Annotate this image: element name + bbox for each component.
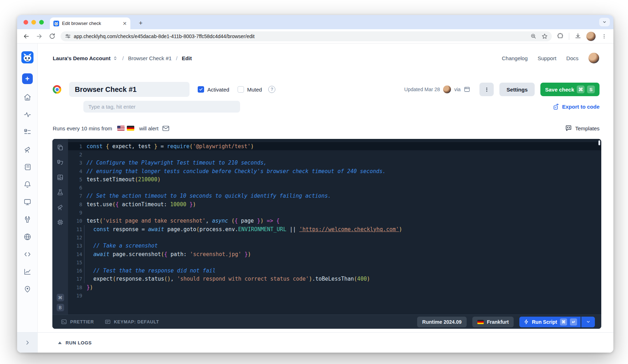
code-text[interactable]: test.setTimeout(210000) (84, 175, 601, 183)
code-text[interactable] (84, 183, 601, 192)
sidebar-activity-icon[interactable] (24, 111, 31, 119)
browser-profile-avatar[interactable] (586, 32, 596, 41)
nav-docs[interactable]: Docs (566, 55, 578, 61)
url-text[interactable]: app.checklyhq.com/checks/e45dacab-8de1-4… (74, 33, 526, 39)
export-to-code-link[interactable]: Export to code (553, 104, 600, 110)
sidebar-checks-icon[interactable] (24, 128, 31, 136)
run-script-button[interactable]: Run Script ⌘ ↵ (519, 317, 581, 327)
sidebar-maintenance-wrench-icon[interactable] (24, 215, 31, 223)
screenshot-split-icon[interactable] (57, 174, 64, 181)
code-text[interactable] (84, 291, 601, 300)
code-text[interactable]: const { expect, test } = require('@playw… (84, 142, 601, 150)
code-line[interactable]: 8test.use({ actionTimeout: 10000 }) (68, 200, 601, 208)
code-line[interactable]: 7// Set the action timeout to 10 seconds… (68, 192, 601, 200)
browser-tab[interactable]: Edit browser check ✕ (50, 17, 130, 29)
run-logs-bar[interactable]: RUN LOGS (38, 332, 613, 353)
code-line[interactable]: 1const { expect, test } = require('@play… (68, 142, 601, 150)
code-line[interactable]: 6 (68, 183, 601, 192)
code-line[interactable]: 11 const response = await page.goto(proc… (68, 225, 601, 233)
code-text[interactable]: // ensuring that longer tests conclude b… (84, 167, 601, 175)
sidebar-telescope-icon[interactable] (24, 146, 31, 154)
code-text[interactable] (84, 233, 601, 241)
sidebar-alerts-bell-icon[interactable] (24, 181, 31, 188)
forward-button[interactable] (35, 32, 43, 41)
sidebar-analytics-chart-icon[interactable] (24, 268, 31, 276)
url-bar[interactable]: app.checklyhq.com/checks/e45dacab-8de1-4… (61, 31, 552, 41)
theater-masks-icon[interactable] (57, 159, 64, 166)
code-line[interactable]: 15 (68, 258, 601, 266)
create-new-button[interactable]: + (22, 73, 33, 84)
zoom-page-button[interactable] (529, 32, 538, 41)
code-line[interactable]: 16 // Test that the response did not fai… (68, 266, 601, 275)
runtime-button[interactable]: Runtime 2024.09 (417, 317, 467, 327)
sidebar-logs-icon[interactable] (24, 163, 31, 171)
checkly-logo-icon[interactable] (21, 51, 33, 63)
reload-button[interactable] (48, 32, 56, 41)
nav-support[interactable]: Support (538, 55, 556, 61)
more-options-button[interactable] (479, 83, 494, 96)
cpu-chip-icon[interactable] (57, 219, 64, 226)
close-window-button[interactable] (24, 20, 28, 25)
prettier-button[interactable]: PRETTIER (61, 319, 94, 325)
code-line[interactable]: 12 (68, 233, 601, 241)
code-line[interactable]: 9 (68, 208, 601, 217)
telescope-icon[interactable] (57, 204, 64, 211)
code-line[interactable]: 3// Configure the Playwright Test timeou… (68, 159, 601, 167)
zoom-window-button[interactable] (39, 20, 44, 25)
tab-close-icon[interactable]: ✕ (123, 21, 127, 26)
code-text[interactable]: }) (84, 283, 601, 291)
code-line[interactable]: 18}) (68, 283, 601, 291)
keymap-button[interactable]: KEYMAP: DEFAULT (105, 319, 159, 325)
bookmark-button[interactable] (540, 32, 549, 41)
code-text[interactable]: test.use({ actionTimeout: 10000 }) (84, 200, 601, 208)
code-line[interactable]: 13 // Take a screenshot (68, 242, 601, 250)
flask-icon[interactable] (57, 189, 64, 196)
extensions-button[interactable] (556, 32, 565, 41)
browser-menu-button[interactable] (600, 32, 608, 41)
sidebar-globe-icon[interactable] (24, 233, 31, 241)
account-switcher-icon[interactable] (113, 56, 118, 61)
code-text[interactable]: await page.screenshot({ path: 'screensho… (84, 250, 601, 258)
check-name-input[interactable] (69, 82, 190, 97)
back-button[interactable] (22, 32, 31, 41)
code-text[interactable]: // Set the action timeout to 10 seconds … (84, 192, 601, 200)
editor-scrollbar[interactable] (598, 140, 600, 145)
tab-search-chevron-button[interactable] (599, 18, 610, 26)
code-text[interactable]: const response = await page.goto(process… (84, 225, 601, 233)
sidebar-dashboards-icon[interactable] (24, 198, 31, 206)
downloads-button[interactable] (573, 32, 582, 41)
run-options-chevron-button[interactable] (581, 317, 595, 327)
settings-button[interactable]: Settings (499, 83, 535, 96)
code-text[interactable]: // Configure the Playwright Test timeout… (84, 159, 601, 167)
code-line[interactable]: 10test('visit page and take screenshot',… (68, 217, 601, 225)
activated-checkbox[interactable] (198, 86, 204, 93)
breadcrumb-account[interactable]: Laura's Demo Account (53, 55, 110, 61)
code-text[interactable] (84, 258, 601, 266)
sidebar-locations-pin-icon[interactable] (24, 285, 31, 293)
code-text[interactable]: // Take a screenshot (84, 242, 601, 250)
user-avatar[interactable] (588, 53, 599, 63)
minimize-window-button[interactable] (31, 20, 36, 25)
muted-toggle[interactable]: Muted (238, 86, 262, 93)
code-text[interactable]: expect(response.status(), 'should respon… (84, 275, 601, 283)
site-settings-icon[interactable] (65, 33, 71, 39)
activated-toggle[interactable]: Activated (198, 86, 229, 93)
code-line[interactable]: 17 expect(response.status(), 'should res… (68, 275, 601, 283)
breadcrumb-check[interactable]: Browser Check #1 (128, 55, 172, 61)
code-line[interactable]: 5test.setTimeout(210000) (68, 175, 601, 183)
code-line[interactable]: 2 (68, 150, 601, 158)
sidebar-expand-button[interactable] (17, 332, 37, 353)
code-line[interactable]: 14 await page.screenshot({ path: 'screen… (68, 250, 601, 258)
nav-changelog[interactable]: Changelog (502, 55, 528, 61)
code-text[interactable]: // Test that the response did not fail (84, 266, 601, 275)
code-text[interactable] (84, 208, 601, 217)
sidebar-snippets-code-icon[interactable] (24, 250, 31, 258)
tag-input[interactable] (83, 101, 240, 113)
muted-checkbox[interactable] (238, 86, 244, 93)
code-line[interactable]: 4// ensuring that longer tests conclude … (68, 167, 601, 175)
copy-pages-icon[interactable] (57, 144, 64, 151)
location-button[interactable]: Frankfurt (472, 317, 514, 327)
code-text[interactable]: test('visit page and take screenshot', a… (84, 217, 601, 225)
templates-button[interactable]: Templates (565, 125, 600, 132)
save-check-button[interactable]: Save check ⌘ S (540, 83, 600, 96)
